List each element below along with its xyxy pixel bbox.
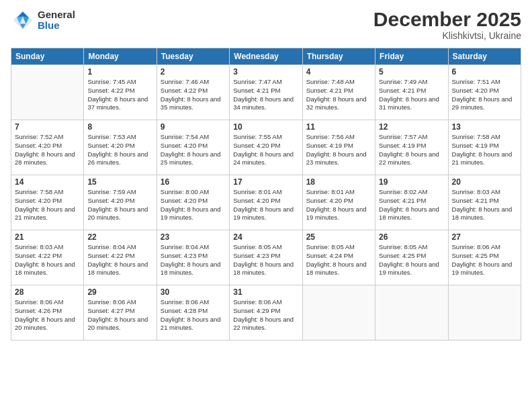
day-number: 17 xyxy=(233,177,298,187)
day-number: 27 xyxy=(452,232,517,242)
calendar-cell: 3Sunrise: 7:47 AMSunset: 4:21 PMDaylight… xyxy=(230,65,302,120)
calendar-cell: 15Sunrise: 7:59 AMSunset: 4:20 PMDayligh… xyxy=(84,175,157,230)
calendar-cell: 7Sunrise: 7:52 AMSunset: 4:20 PMDaylight… xyxy=(11,120,84,175)
day-info: Sunrise: 7:46 AMSunset: 4:22 PMDaylight:… xyxy=(161,78,226,112)
day-number: 30 xyxy=(161,287,226,297)
day-number: 20 xyxy=(452,177,517,187)
day-info: Sunrise: 7:48 AMSunset: 4:21 PMDaylight:… xyxy=(306,78,371,112)
location: Klishkivtsi, Ukraine xyxy=(373,30,521,41)
logo: General Blue xyxy=(11,8,75,32)
calendar-cell: 31Sunrise: 8:06 AMSunset: 4:29 PMDayligh… xyxy=(230,285,302,340)
day-info: Sunrise: 7:58 AMSunset: 4:19 PMDaylight:… xyxy=(452,133,517,167)
day-header: Monday xyxy=(84,48,157,65)
calendar-cell: 27Sunrise: 8:06 AMSunset: 4:25 PMDayligh… xyxy=(448,230,521,285)
day-number: 6 xyxy=(452,67,517,77)
calendar-cell: 16Sunrise: 8:00 AMSunset: 4:20 PMDayligh… xyxy=(157,175,229,230)
calendar-cell: 1Sunrise: 7:45 AMSunset: 4:22 PMDaylight… xyxy=(84,65,157,120)
day-header: Wednesday xyxy=(230,48,302,65)
day-info: Sunrise: 8:06 AMSunset: 4:29 PMDaylight:… xyxy=(233,298,298,332)
day-number: 11 xyxy=(306,122,371,132)
day-number: 13 xyxy=(452,122,517,132)
calendar-cell: 19Sunrise: 8:02 AMSunset: 4:21 PMDayligh… xyxy=(375,175,448,230)
day-header: Friday xyxy=(375,48,448,65)
logo-blue: Blue xyxy=(38,20,75,32)
calendar-cell: 30Sunrise: 8:06 AMSunset: 4:28 PMDayligh… xyxy=(157,285,229,340)
day-info: Sunrise: 8:05 AMSunset: 4:23 PMDaylight:… xyxy=(233,243,298,277)
calendar-cell: 26Sunrise: 8:05 AMSunset: 4:25 PMDayligh… xyxy=(375,230,448,285)
calendar-cell xyxy=(11,65,84,120)
calendar-cell: 4Sunrise: 7:48 AMSunset: 4:21 PMDaylight… xyxy=(302,65,375,120)
day-number: 7 xyxy=(15,122,80,132)
calendar-week-row: 14Sunrise: 7:58 AMSunset: 4:20 PMDayligh… xyxy=(11,175,521,230)
calendar-cell: 10Sunrise: 7:55 AMSunset: 4:20 PMDayligh… xyxy=(230,120,302,175)
day-info: Sunrise: 8:05 AMSunset: 4:25 PMDaylight:… xyxy=(379,243,444,277)
day-info: Sunrise: 8:06 AMSunset: 4:25 PMDaylight:… xyxy=(452,243,517,277)
calendar-week-row: 28Sunrise: 8:06 AMSunset: 4:26 PMDayligh… xyxy=(11,285,521,340)
day-info: Sunrise: 7:58 AMSunset: 4:20 PMDaylight:… xyxy=(15,188,80,222)
day-header: Sunday xyxy=(11,48,84,65)
day-info: Sunrise: 8:06 AMSunset: 4:26 PMDaylight:… xyxy=(15,298,80,332)
day-number: 19 xyxy=(379,177,444,187)
day-number: 25 xyxy=(306,232,371,242)
day-number: 3 xyxy=(233,67,298,77)
day-number: 28 xyxy=(15,287,80,297)
day-number: 8 xyxy=(87,122,152,132)
calendar-cell xyxy=(302,285,375,340)
day-info: Sunrise: 7:59 AMSunset: 4:20 PMDaylight:… xyxy=(87,188,152,222)
logo-text: General Blue xyxy=(38,9,75,32)
calendar-cell: 25Sunrise: 8:05 AMSunset: 4:24 PMDayligh… xyxy=(302,230,375,285)
day-number: 31 xyxy=(233,287,298,297)
day-info: Sunrise: 8:06 AMSunset: 4:27 PMDaylight:… xyxy=(87,298,152,332)
day-info: Sunrise: 7:55 AMSunset: 4:20 PMDaylight:… xyxy=(233,133,298,167)
day-info: Sunrise: 7:57 AMSunset: 4:19 PMDaylight:… xyxy=(379,133,444,167)
day-number: 9 xyxy=(161,122,226,132)
day-info: Sunrise: 8:05 AMSunset: 4:24 PMDaylight:… xyxy=(306,243,371,277)
calendar-cell: 17Sunrise: 8:01 AMSunset: 4:20 PMDayligh… xyxy=(230,175,302,230)
day-number: 5 xyxy=(379,67,444,77)
calendar-cell xyxy=(375,285,448,340)
calendar-cell: 29Sunrise: 8:06 AMSunset: 4:27 PMDayligh… xyxy=(84,285,157,340)
day-number: 24 xyxy=(233,232,298,242)
day-number: 23 xyxy=(161,232,226,242)
calendar-cell: 22Sunrise: 8:04 AMSunset: 4:22 PMDayligh… xyxy=(84,230,157,285)
day-info: Sunrise: 7:54 AMSunset: 4:20 PMDaylight:… xyxy=(161,133,226,167)
day-info: Sunrise: 7:51 AMSunset: 4:20 PMDaylight:… xyxy=(452,78,517,112)
day-number: 15 xyxy=(87,177,152,187)
day-number: 12 xyxy=(379,122,444,132)
day-info: Sunrise: 7:47 AMSunset: 4:21 PMDaylight:… xyxy=(233,78,298,112)
day-info: Sunrise: 8:02 AMSunset: 4:21 PMDaylight:… xyxy=(379,188,444,222)
month-title: December 2025 xyxy=(373,8,521,30)
day-number: 10 xyxy=(233,122,298,132)
day-info: Sunrise: 8:06 AMSunset: 4:28 PMDaylight:… xyxy=(161,298,226,332)
day-info: Sunrise: 8:01 AMSunset: 4:20 PMDaylight:… xyxy=(306,188,371,222)
day-info: Sunrise: 8:03 AMSunset: 4:22 PMDaylight:… xyxy=(15,243,80,277)
day-header: Tuesday xyxy=(157,48,229,65)
logo-icon xyxy=(11,8,35,32)
day-number: 2 xyxy=(161,67,226,77)
day-header: Saturday xyxy=(448,48,521,65)
calendar-cell: 12Sunrise: 7:57 AMSunset: 4:19 PMDayligh… xyxy=(375,120,448,175)
day-number: 18 xyxy=(306,177,371,187)
day-info: Sunrise: 7:52 AMSunset: 4:20 PMDaylight:… xyxy=(15,133,80,167)
calendar-cell: 24Sunrise: 8:05 AMSunset: 4:23 PMDayligh… xyxy=(230,230,302,285)
day-header: Thursday xyxy=(302,48,375,65)
calendar-cell: 18Sunrise: 8:01 AMSunset: 4:20 PMDayligh… xyxy=(302,175,375,230)
calendar-cell: 6Sunrise: 7:51 AMSunset: 4:20 PMDaylight… xyxy=(448,65,521,120)
day-number: 16 xyxy=(161,177,226,187)
day-number: 1 xyxy=(87,67,152,77)
day-number: 21 xyxy=(15,232,80,242)
calendar-cell: 20Sunrise: 8:03 AMSunset: 4:21 PMDayligh… xyxy=(448,175,521,230)
day-info: Sunrise: 7:53 AMSunset: 4:20 PMDaylight:… xyxy=(87,133,152,167)
page: General Blue December 2025 Klishkivtsi, … xyxy=(0,0,532,411)
day-info: Sunrise: 8:01 AMSunset: 4:20 PMDaylight:… xyxy=(233,188,298,222)
calendar-week-row: 7Sunrise: 7:52 AMSunset: 4:20 PMDaylight… xyxy=(11,120,521,175)
day-number: 26 xyxy=(379,232,444,242)
day-number: 29 xyxy=(87,287,152,297)
day-info: Sunrise: 7:56 AMSunset: 4:19 PMDaylight:… xyxy=(306,133,371,167)
calendar-header-row: SundayMondayTuesdayWednesdayThursdayFrid… xyxy=(11,48,521,65)
header: General Blue December 2025 Klishkivtsi, … xyxy=(11,8,521,41)
calendar: SundayMondayTuesdayWednesdayThursdayFrid… xyxy=(11,48,521,340)
day-number: 14 xyxy=(15,177,80,187)
calendar-cell: 23Sunrise: 8:04 AMSunset: 4:23 PMDayligh… xyxy=(157,230,229,285)
calendar-cell: 21Sunrise: 8:03 AMSunset: 4:22 PMDayligh… xyxy=(11,230,84,285)
